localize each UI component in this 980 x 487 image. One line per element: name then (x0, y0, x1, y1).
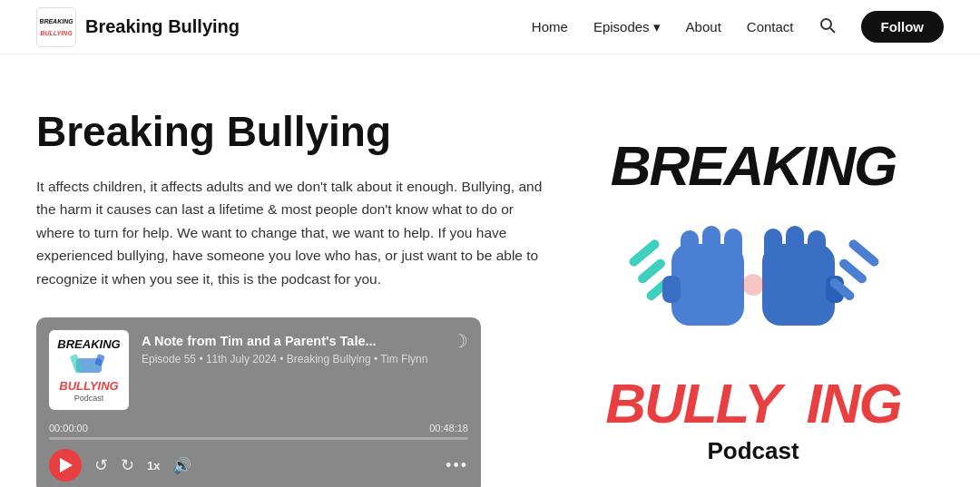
audio-player: ☽ BREAKING BULLYING Podcast (36, 317, 481, 487)
time-display: 00:00:00 00:48:18 (49, 423, 468, 433)
svg-point-25 (742, 274, 764, 296)
svg-rect-16 (662, 276, 681, 303)
chevron-down-icon: ▾ (653, 19, 661, 35)
podcast-logo: BREAKING (605, 138, 901, 465)
svg-rect-0 (40, 11, 73, 44)
volume-icon[interactable]: 🔊 (172, 456, 191, 475)
brand: BREAKING BULLYING Breaking Bullying (36, 7, 240, 47)
nav-links: Home Episodes ▾ About Contact Follow (532, 11, 944, 43)
svg-rect-22 (847, 239, 880, 268)
svg-text:BREAKING: BREAKING (40, 18, 73, 24)
episode-meta: Episode 55 • 11th July 2024 • Breaking B… (142, 353, 468, 365)
player-header: BREAKING BULLYING Podcast A Note from Ti… (49, 330, 468, 410)
svg-rect-13 (681, 230, 699, 267)
rewind-icon[interactable]: ↺ (94, 455, 108, 475)
episode-info: A Note from Tim and a Parent's Tale... E… (142, 330, 468, 365)
episode-artwork: BREAKING BULLYING Podcast (49, 330, 129, 410)
svg-rect-18 (808, 230, 826, 267)
svg-rect-19 (786, 226, 804, 262)
page-title: Breaking Bullying (36, 109, 544, 155)
forward-icon[interactable]: ↻ (121, 455, 134, 475)
brand-logo: BREAKING BULLYING (36, 7, 76, 47)
nav-contact[interactable]: Contact (747, 19, 794, 34)
svg-rect-14 (702, 226, 720, 262)
svg-marker-8 (60, 458, 73, 472)
nav-episodes[interactable]: Episodes ▾ (593, 19, 661, 35)
logo-bullying-text: BULLY ING (605, 375, 901, 432)
moon-icon: ☽ (452, 330, 468, 352)
progress-bar[interactable] (49, 437, 468, 440)
nav-home[interactable]: Home (532, 19, 568, 34)
hero-description: It affects children, it affects adults a… (36, 175, 544, 291)
more-options-icon[interactable]: ••• (446, 456, 468, 475)
svg-text:BULLYING: BULLYING (40, 30, 73, 36)
logo-podcast-label: Podcast (605, 437, 901, 465)
left-panel: Breaking Bullying It affects children, i… (36, 109, 544, 487)
nav-about[interactable]: About (686, 19, 721, 34)
svg-rect-15 (724, 229, 742, 263)
search-icon[interactable] (819, 17, 836, 37)
svg-point-3 (821, 19, 831, 29)
play-button[interactable] (49, 449, 82, 482)
total-time: 00:48:18 (429, 423, 468, 433)
current-time: 00:00:00 (49, 423, 88, 433)
logo-graphic (608, 194, 898, 375)
main-content: Breaking Bullying It affects children, i… (0, 54, 980, 487)
episode-title: A Note from Tim and a Parent's Tale... (142, 334, 468, 348)
follow-button[interactable]: Follow (861, 11, 945, 43)
svg-rect-20 (764, 229, 782, 263)
svg-line-4 (830, 28, 835, 33)
brand-title: Breaking Bullying (85, 16, 240, 37)
navbar: BREAKING BULLYING Breaking Bullying Home… (0, 0, 980, 54)
logo-breaking-text: BREAKING (605, 138, 901, 194)
right-panel: BREAKING (581, 109, 926, 487)
speed-control[interactable]: 1x (147, 459, 160, 472)
playback-controls: ↺ ↻ 1x 🔊 ••• (49, 449, 468, 482)
